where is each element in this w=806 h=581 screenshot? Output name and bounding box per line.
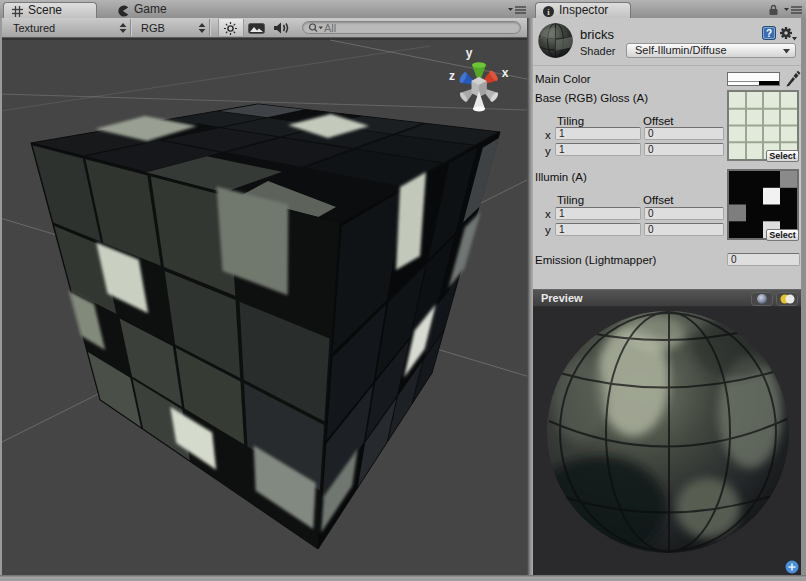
- svg-text:z: z: [449, 69, 455, 83]
- svg-text:x: x: [502, 66, 509, 80]
- svg-text:y: y: [466, 46, 473, 60]
- svg-text:?: ?: [766, 28, 772, 39]
